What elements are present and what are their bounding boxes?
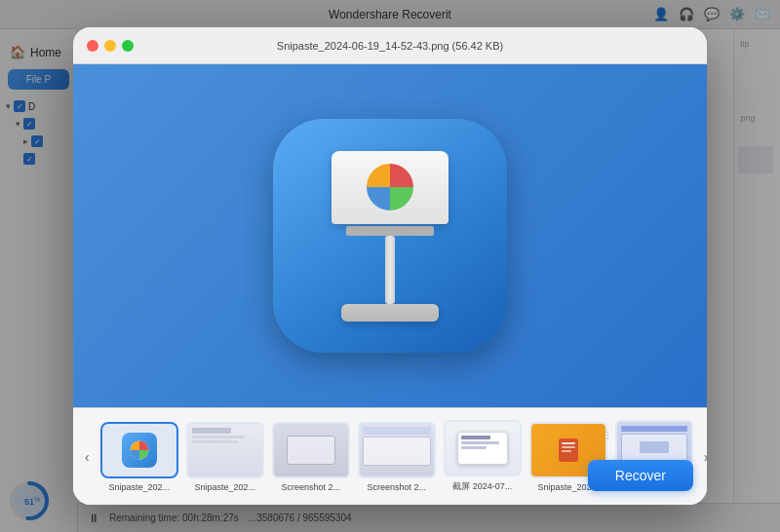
thumbnail-item-2[interactable]: Screenshot 2... [271,422,351,492]
thumb-next-button[interactable]: › [700,445,707,469]
lectern-pole [385,236,395,304]
recover-button[interactable]: Recover [588,460,693,491]
fullscreen-traffic-light[interactable] [122,40,134,52]
thumb-screenshot-1 [188,424,262,476]
thumb-more-indicator: ⋮ [603,430,613,442]
lectern-foot [341,304,439,322]
thumb-prev-button[interactable]: ‹ [81,445,94,469]
thumb-img-wrap-4 [444,420,522,476]
svg-rect-9 [562,450,571,452]
pages-icon [555,437,582,464]
modal-titlebar: Snipaste_2024-06-19_14-52-43.png (56.42 … [73,27,707,64]
thumb-label-1: Snipaste_202... [194,482,255,492]
thumb-pie-icon [129,439,150,461]
pie-chart [363,160,417,214]
lectern [332,151,448,322]
modal-title: Snipaste_2024-06-19_14-52-43.png (56.42 … [277,40,503,52]
thumb-label-4: 截屏 2024-07... [452,480,512,493]
lectern-base-top [346,226,434,236]
svg-rect-8 [562,446,575,448]
thumb-screenshot-4 [446,422,520,475]
modal-image-area [73,64,707,407]
close-traffic-light[interactable] [87,40,98,52]
thumb-img-wrap-2 [272,422,350,478]
thumb-keynote-icon [122,433,157,468]
thumb-screenshot-2 [274,424,348,476]
thumb-label-3: Screenshot 2... [367,482,426,492]
minimize-traffic-light[interactable] [104,40,116,52]
overlay: Snipaste_2024-06-19_14-52-43.png (56.42 … [0,0,780,532]
keynote-icon [273,119,507,353]
traffic-lights [87,40,134,52]
svg-rect-7 [562,442,575,444]
thumb-label-0: Snipaste_202... [108,482,170,492]
thumb-img-wrap-0 [100,422,178,478]
lectern-top [332,151,448,224]
thumb-screenshot-3 [360,424,434,476]
thumbnail-item-1[interactable]: Snipaste_202... [185,422,265,492]
thumbnail-item-0[interactable]: Snipaste_202... [99,422,179,492]
thumb-label-2: Screenshot 2... [281,482,340,492]
thumbnail-item-4[interactable]: 截屏 2024-07... [443,420,523,493]
preview-modal: Snipaste_2024-06-19_14-52-43.png (56.42 … [73,27,707,505]
thumbnail-strip: ‹ Snipaste_202... [73,407,707,505]
thumb-img-wrap-1 [186,422,264,478]
thumb-img-wrap-3 [358,422,436,478]
thumbnail-item-3[interactable]: Screenshot 2... [357,422,437,492]
